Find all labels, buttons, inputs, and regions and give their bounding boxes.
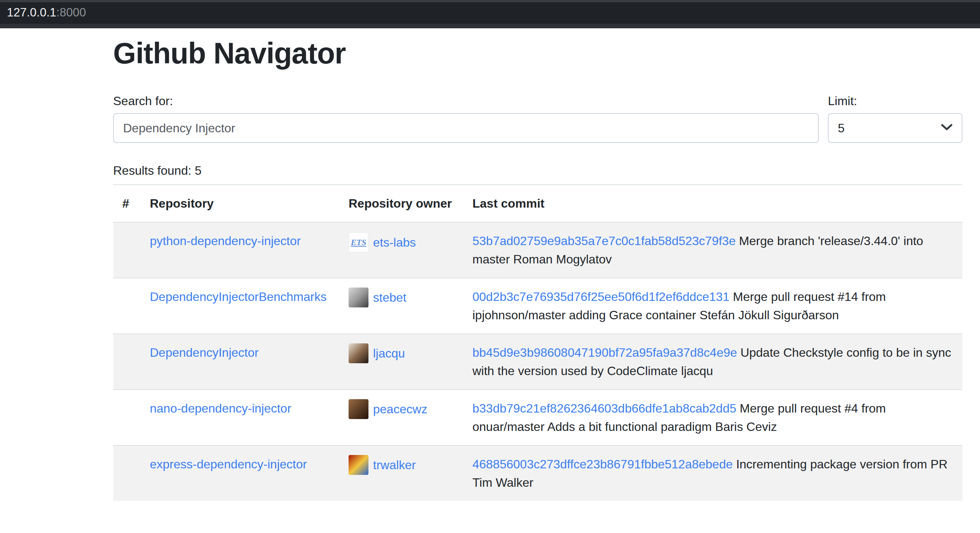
column-header-index: # [113, 185, 141, 222]
search-form: Search for: Limit: 5 [113, 92, 962, 143]
page-title: Github Navigator [113, 36, 962, 70]
browser-chrome-bottom-stripe [0, 24, 980, 28]
peacecwz-photo-avatar [349, 399, 368, 419]
column-header-repository: Repository [141, 185, 339, 222]
commit-cell: 468856003c273dffce23b86791fbbe512a8ebede… [463, 445, 962, 501]
owner-cell: peacecwz [339, 390, 463, 445]
results-table: # Repository Repository owner Last commi… [113, 184, 962, 501]
commit-cell: 00d2b3c7e76935d76f25ee50f6d1f2ef6ddce131… [463, 278, 962, 334]
repository-link[interactable]: DependencyInjector [150, 346, 259, 359]
repository-link[interactable]: express-dependency-injector [150, 457, 307, 471]
commit-cell: b33db79c21ef8262364603db66dfe1ab8cab2dd5… [463, 390, 962, 445]
owner-link[interactable]: ljacqu [373, 344, 405, 362]
owner-cell: ljacqu [339, 334, 463, 390]
commit-hash-link[interactable]: 468856003c273dffce23b86791fbbe512a8ebede [472, 457, 733, 471]
results-table-body: python-dependency-injector ETS ets-labs … [113, 222, 962, 501]
address-bar[interactable]: 127.0.0.1:8000 [7, 5, 86, 20]
ets-labs-logo-avatar: ETS [349, 232, 368, 252]
address-host: 127.0.0.1 [7, 6, 56, 19]
table-row: nano-dependency-injector peacecwz b33db7… [113, 390, 962, 445]
commit-cell: 53b7ad02759e9ab35a7e7c0c1fab58d523c79f3e… [463, 222, 962, 278]
row-index-cell [113, 390, 141, 445]
repository-link[interactable]: nano-dependency-injector [150, 401, 291, 415]
browser-chrome: 127.0.0.1:8000 [0, 0, 980, 28]
owner-link[interactable]: trwalker [373, 456, 416, 474]
commit-hash-link[interactable]: bb45d9e3b98608047190bf72a95fa9a37d8c4e9e [472, 346, 737, 359]
repository-cell: express-dependency-injector [141, 445, 339, 501]
repository-cell: nano-dependency-injector [141, 390, 339, 445]
row-index-cell [113, 334, 141, 390]
owner-link[interactable]: ets-labs [373, 233, 416, 252]
search-label: Search for: [113, 92, 819, 110]
repository-cell: DependencyInjector [141, 334, 339, 390]
commit-cell: bb45d9e3b98608047190bf72a95fa9a37d8c4e9e… [463, 334, 962, 390]
stebet-photo-avatar [349, 288, 368, 307]
row-index-cell [113, 222, 141, 278]
table-row: express-dependency-injector trwalker 468… [113, 445, 962, 501]
limit-group: Limit: 5 [828, 92, 962, 143]
limit-select-wrap: 5 [828, 113, 962, 143]
commit-hash-link[interactable]: 00d2b3c7e76935d76f25ee50f6d1f2ef6ddce131 [472, 290, 730, 304]
owner-link[interactable]: stebet [373, 288, 406, 307]
ljacqu-photo-avatar [349, 343, 368, 363]
owner-cell: stebet [339, 278, 463, 334]
owner-link[interactable]: peacecwz [373, 400, 427, 418]
page-content: Github Navigator Search for: Limit: 5 Re… [113, 36, 962, 501]
repository-link[interactable]: python-dependency-injector [150, 234, 301, 248]
search-group: Search for: [113, 92, 819, 143]
table-row: python-dependency-injector ETS ets-labs … [113, 222, 962, 278]
commit-hash-link[interactable]: 53b7ad02759e9ab35a7e7c0c1fab58d523c79f3e [472, 234, 736, 248]
limit-select[interactable]: 5 [828, 113, 962, 143]
row-index-cell [113, 278, 141, 334]
limit-label: Limit: [828, 92, 962, 110]
repository-cell: python-dependency-injector [141, 222, 339, 278]
address-port: :8000 [56, 6, 86, 19]
table-row: DependencyInjector ljacqu bb45d9e3b98608… [113, 334, 962, 390]
results-table-head: # Repository Repository owner Last commi… [113, 185, 962, 222]
repository-cell: DependencyInjectorBenchmarks [141, 278, 339, 334]
column-header-last-commit: Last commit [463, 185, 962, 222]
browser-chrome-top-stripe [0, 0, 980, 2]
results-summary: Results found: 5 [113, 161, 962, 180]
owner-cell: trwalker [339, 445, 463, 501]
search-input[interactable] [113, 113, 819, 143]
commit-hash-link[interactable]: b33db79c21ef8262364603db66dfe1ab8cab2dd5 [472, 401, 736, 415]
column-header-owner: Repository owner [339, 185, 463, 222]
table-row: DependencyInjectorBenchmarks stebet 00d2… [113, 278, 962, 334]
repository-link[interactable]: DependencyInjectorBenchmarks [150, 290, 326, 304]
owner-cell: ETS ets-labs [339, 222, 463, 278]
row-index-cell [113, 445, 141, 501]
trwalker-photo-avatar [349, 455, 368, 475]
